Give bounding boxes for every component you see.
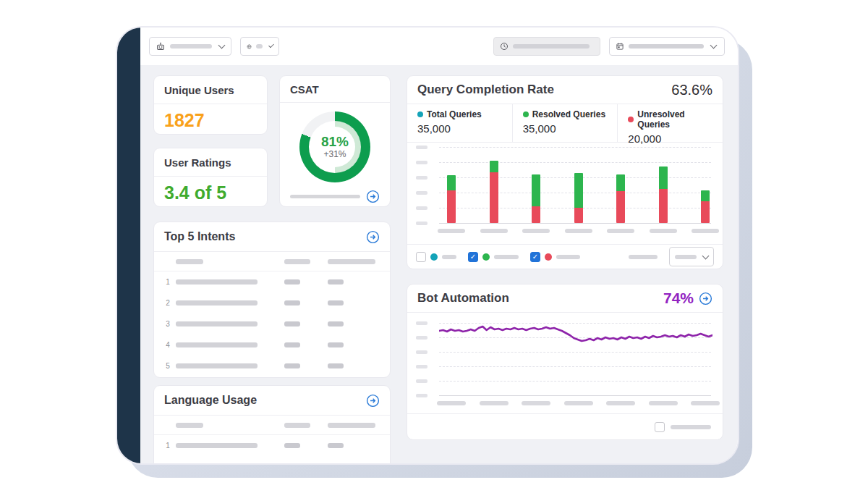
- automation-trend-line: [439, 317, 712, 397]
- bar-segment-unresolved: [447, 190, 456, 223]
- legend-checkbox[interactable]: ✓: [530, 252, 540, 262]
- x-label-placeholder: [480, 401, 509, 405]
- clock-icon: [500, 42, 509, 51]
- stacked-bar: [574, 173, 583, 223]
- table-row: 3: [154, 313, 390, 334]
- placeholder-bar: [328, 321, 344, 326]
- table-row: 2: [154, 456, 390, 465]
- column-header-placeholder: [328, 259, 375, 264]
- x-label-placeholder: [564, 401, 593, 405]
- stacked-bar: [616, 174, 625, 223]
- language-usage-rows: 12: [154, 435, 390, 465]
- bar-segment-resolved: [574, 173, 583, 208]
- bar-segment-resolved: [447, 175, 456, 190]
- row-index: 1: [160, 442, 176, 450]
- table-row: 4: [154, 334, 390, 355]
- csat-delta: +31%: [323, 150, 346, 160]
- legend-checkbox[interactable]: ✓: [468, 252, 478, 262]
- table-row: 5: [154, 355, 390, 376]
- bar-segment-resolved: [616, 174, 625, 191]
- y-tick-placeholder: [416, 379, 427, 383]
- bot-automation-value: 74%: [663, 290, 694, 307]
- placeholder-bar: [556, 255, 580, 259]
- language-usage-card: Language Usage 12: [153, 385, 391, 465]
- x-axis: [439, 223, 711, 224]
- top-intents-rows: 12345: [154, 271, 390, 376]
- placeholder-bar: [328, 279, 344, 285]
- placeholder-bar: [328, 342, 344, 347]
- placeholder-bar: [176, 342, 258, 347]
- open-details-arrow-icon[interactable]: [366, 394, 380, 408]
- table-row: 1: [154, 271, 390, 292]
- stacked-bar-chart: [407, 143, 723, 247]
- open-details-arrow-icon[interactable]: [366, 230, 380, 244]
- date-range-select[interactable]: [609, 37, 725, 56]
- placeholder-bar: [328, 443, 344, 448]
- placeholder-bar: [176, 363, 258, 368]
- bar-segment-resolved: [532, 174, 540, 206]
- card-title: Language Usage: [164, 394, 257, 407]
- x-label-placeholder: [438, 229, 465, 233]
- x-label-placeholder: [606, 401, 635, 405]
- table-row: 1: [154, 435, 390, 456]
- query-stats-row: Total Queries35,000Resolved Queries35,00…: [407, 104, 723, 143]
- row-index: 5: [160, 362, 176, 370]
- placeholder-bar: [513, 44, 590, 49]
- legend-toggle[interactable]: ✓: [468, 252, 519, 262]
- placeholder-bar: [284, 321, 300, 326]
- x-label-placeholder: [522, 401, 550, 405]
- legend-dot: [417, 111, 423, 117]
- open-details-arrow-icon[interactable]: [366, 190, 380, 203]
- chevron-down-icon: [710, 42, 718, 49]
- toolbar-left-group: [149, 37, 279, 56]
- placeholder-bar: [290, 195, 360, 198]
- legend-toggle[interactable]: [416, 252, 456, 262]
- stacked-bar: [447, 175, 456, 223]
- toolbar: [140, 28, 738, 65]
- legend-dot: [430, 253, 438, 261]
- globe-icon: [247, 42, 252, 51]
- row-index: 1: [160, 278, 176, 286]
- y-tick-placeholder: [416, 176, 427, 180]
- x-label-placeholder: [437, 401, 466, 405]
- bot-select[interactable]: [149, 37, 231, 56]
- stacked-bar: [490, 161, 498, 223]
- csat-value: 81%: [321, 134, 349, 150]
- legend-dot: [628, 117, 634, 122]
- query-completion-card: Query Completion Rate 63.6% Total Querie…: [407, 75, 723, 269]
- y-tick-placeholder: [416, 394, 427, 397]
- time-field[interactable]: [493, 37, 600, 56]
- chart-option-select[interactable]: [669, 247, 714, 266]
- column-header-placeholder: [176, 259, 203, 264]
- footer-checkbox[interactable]: [655, 422, 665, 432]
- bar-segment-unresolved: [532, 206, 540, 223]
- y-tick-placeholder: [416, 350, 427, 354]
- query-stat: Resolved Queries35,000: [513, 104, 618, 142]
- y-tick-placeholder: [416, 222, 427, 225]
- legend-toggle[interactable]: ✓: [530, 252, 580, 262]
- placeholder-bar: [170, 44, 212, 49]
- chevron-down-icon: [218, 42, 226, 49]
- stat-value: 35,000: [523, 122, 608, 135]
- query-completion-value: 63.6%: [671, 82, 712, 98]
- y-tick-placeholder: [416, 191, 427, 195]
- language-select[interactable]: [240, 37, 279, 56]
- legend-checkbox[interactable]: [416, 252, 426, 262]
- placeholder-bar: [284, 300, 300, 306]
- card-title: Query Completion Rate: [417, 83, 554, 97]
- chart-legend-row: ✓✓: [407, 244, 723, 269]
- table-row: 2: [154, 292, 390, 313]
- table-column-headers: [154, 252, 390, 271]
- bar-segment-unresolved: [574, 208, 583, 223]
- placeholder-bar: [256, 44, 263, 49]
- placeholder-bar: [328, 363, 344, 368]
- legend-dot: [545, 253, 552, 261]
- y-tick-placeholder: [416, 321, 427, 325]
- open-details-arrow-icon[interactable]: [699, 292, 712, 306]
- chevron-down-icon: [268, 43, 274, 49]
- placeholder-bar: [284, 464, 300, 465]
- column-header-placeholder: [284, 259, 310, 264]
- x-label-placeholder: [649, 401, 678, 405]
- bar-segment-unresolved: [701, 201, 710, 223]
- placeholder-bar: [176, 279, 258, 285]
